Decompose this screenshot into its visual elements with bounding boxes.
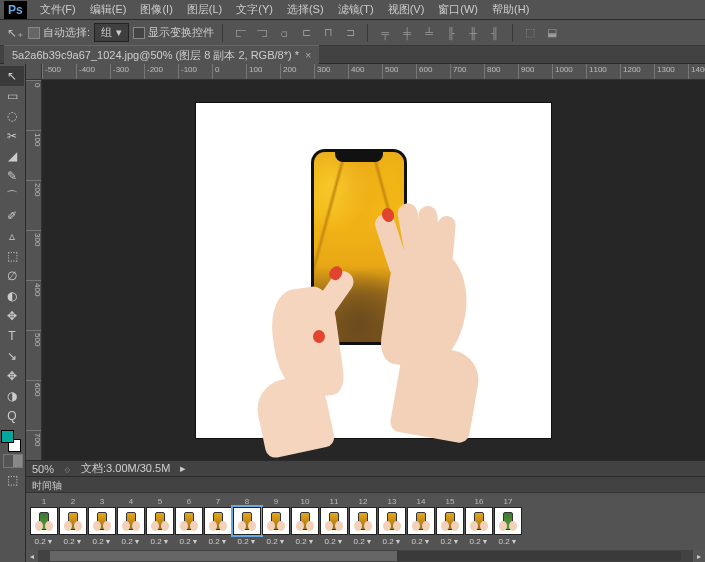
document-tab[interactable]: 5a2a6b39c9a67_1024.jpg@50% (图层 8 副本 2, R… <box>4 45 319 65</box>
menu-edit[interactable]: 编辑(E) <box>83 0 134 20</box>
align-top-icon[interactable]: ⫍ <box>231 24 249 42</box>
timeline-frame[interactable]: 160.2▼ <box>465 497 493 546</box>
quick-select-tool[interactable]: ✂ <box>0 126 24 146</box>
scrubber-icon[interactable]: ⟐ <box>64 463 71 475</box>
scroll-left-icon[interactable]: ◂ <box>26 550 38 562</box>
distribute-top-icon[interactable]: ╤ <box>376 24 394 42</box>
crop-tool[interactable]: ◢ <box>0 146 24 166</box>
3d-mode-icon[interactable]: ⬓ <box>543 24 561 42</box>
color-swatch[interactable] <box>0 430 22 452</box>
options-bar: ↖₊ 自动选择: 组 ▾ 显示变换控件 ⫍ ⫎ ⫏ ⊏ ⊓ ⊐ ╤ ╪ ╧ ╟ … <box>0 20 705 46</box>
quick-mask-icon[interactable] <box>3 454 23 468</box>
auto-select-checkbox[interactable]: 自动选择: <box>28 25 90 40</box>
healing-tool[interactable]: ⌒ <box>0 186 24 206</box>
status-bar: 50% ⟐ 文档:3.00M/30.5M ▸ <box>26 460 705 476</box>
zoom-tool[interactable]: Q <box>0 406 24 426</box>
brush-tool[interactable]: ✐ <box>0 206 24 226</box>
timeline-frame[interactable]: 120.2▼ <box>349 497 377 546</box>
distribute-bottom-icon[interactable]: ╧ <box>420 24 438 42</box>
distribute-right-icon[interactable]: ╢ <box>486 24 504 42</box>
eyedropper-tool[interactable]: ✎ <box>0 166 24 186</box>
move-tool-icon: ↖₊ <box>6 24 24 42</box>
timeline-frame[interactable]: 150.2▼ <box>436 497 464 546</box>
timeline-frame[interactable]: 80.2▼ <box>233 497 261 546</box>
align-left-icon[interactable]: ⊏ <box>297 24 315 42</box>
type-tool[interactable]: T <box>0 326 24 346</box>
timeline-frame[interactable]: 90.2▼ <box>262 497 290 546</box>
timeline-frame[interactable]: 10.2▼ <box>30 497 58 546</box>
tools-panel: ↖ ▭ ◌ ✂ ◢ ✎ ⌒ ✐ ▵ ⬚ ∅ ◐ ✥ T ↘ ✥ ◑ Q ⬚ <box>0 64 26 562</box>
align-bottom-icon[interactable]: ⫏ <box>275 24 293 42</box>
timeline-frame[interactable]: 170.2▼ <box>494 497 522 546</box>
timeline-frame[interactable]: 20.2▼ <box>59 497 87 546</box>
hand-tool[interactable]: ◑ <box>0 386 24 406</box>
app-logo: Ps <box>4 1 27 19</box>
menu-layer[interactable]: 图层(L) <box>180 0 229 20</box>
timeline-header[interactable]: 时间轴 <box>26 477 705 493</box>
chevron-down-icon: ▾ <box>116 26 122 39</box>
menubar: Ps 文件(F) 编辑(E) 图像(I) 图层(L) 文字(Y) 选择(S) 滤… <box>0 0 705 20</box>
menu-window[interactable]: 窗口(W) <box>431 0 485 20</box>
scroll-right-icon[interactable]: ▸ <box>693 550 705 562</box>
distribute-left-icon[interactable]: ╟ <box>442 24 460 42</box>
close-icon[interactable]: × <box>305 49 311 61</box>
show-transform-label: 显示变换控件 <box>148 25 214 40</box>
menu-file[interactable]: 文件(F) <box>33 0 83 20</box>
timeline-frame[interactable]: 130.2▼ <box>378 497 406 546</box>
lasso-tool[interactable]: ◌ <box>0 106 24 126</box>
vertical-ruler[interactable]: 0100200300400500600700 <box>26 80 42 460</box>
shape-tool[interactable]: ✥ <box>0 366 24 386</box>
eraser-tool[interactable]: ∅ <box>0 266 24 286</box>
menu-select[interactable]: 选择(S) <box>280 0 331 20</box>
history-brush-tool[interactable]: ⬚ <box>0 246 24 266</box>
auto-select-dropdown[interactable]: 组 ▾ <box>94 23 129 42</box>
checkbox-icon <box>133 27 145 39</box>
horizontal-scrollbar[interactable]: ◂ ▸ <box>26 550 705 562</box>
screen-mode-icon[interactable]: ⬚ <box>0 470 24 490</box>
canvas-area[interactable] <box>42 80 705 460</box>
align-vcenter-icon[interactable]: ⫎ <box>253 24 271 42</box>
doc-info[interactable]: 文档:3.00M/30.5M <box>81 461 170 476</box>
checkbox-icon <box>28 27 40 39</box>
timeline-frame[interactable]: 30.2▼ <box>88 497 116 546</box>
move-tool[interactable]: ↖ <box>0 66 24 86</box>
horizontal-ruler[interactable]: -500-400-300-200-10001002003004005006007… <box>26 64 705 80</box>
distribute-vcenter-icon[interactable]: ╪ <box>398 24 416 42</box>
timeline-panel: 时间轴 10.2▼20.2▼30.2▼40.2▼50.2▼60.2▼70.2▼8… <box>26 476 705 550</box>
artboard[interactable] <box>196 103 551 438</box>
show-transform-checkbox[interactable]: 显示变换控件 <box>133 25 214 40</box>
align-hcenter-icon[interactable]: ⊓ <box>319 24 337 42</box>
timeline-frame[interactable]: 100.2▼ <box>291 497 319 546</box>
right-hand <box>376 198 496 428</box>
timeline-frame[interactable]: 70.2▼ <box>204 497 232 546</box>
menu-type[interactable]: 文字(Y) <box>229 0 280 20</box>
timeline-frame[interactable]: 110.2▼ <box>320 497 348 546</box>
distribute-hcenter-icon[interactable]: ╫ <box>464 24 482 42</box>
gradient-tool[interactable]: ◐ <box>0 286 24 306</box>
left-hand <box>254 238 364 428</box>
menu-view[interactable]: 视图(V) <box>381 0 432 20</box>
document-tabs: 5a2a6b39c9a67_1024.jpg@50% (图层 8 副本 2, R… <box>0 46 705 64</box>
timeline-frame[interactable]: 50.2▼ <box>146 497 174 546</box>
stamp-tool[interactable]: ▵ <box>0 226 24 246</box>
timeline-frame[interactable]: 40.2▼ <box>117 497 145 546</box>
menu-image[interactable]: 图像(I) <box>133 0 179 20</box>
timeline-frame[interactable]: 140.2▼ <box>407 497 435 546</box>
path-tool[interactable]: ↘ <box>0 346 24 366</box>
timeline-frame[interactable]: 60.2▼ <box>175 497 203 546</box>
zoom-level[interactable]: 50% <box>32 463 54 475</box>
pen-tool[interactable]: ✥ <box>0 306 24 326</box>
menu-filter[interactable]: 滤镜(T) <box>331 0 381 20</box>
auto-align-icon[interactable]: ⬚ <box>521 24 539 42</box>
align-right-icon[interactable]: ⊐ <box>341 24 359 42</box>
foreground-color[interactable] <box>1 430 14 443</box>
menu-help[interactable]: 帮助(H) <box>485 0 536 20</box>
play-icon: ▸ <box>180 464 194 474</box>
tab-title: 5a2a6b39c9a67_1024.jpg@50% (图层 8 副本 2, R… <box>12 48 299 63</box>
auto-select-label: 自动选择: <box>43 25 90 40</box>
marquee-tool[interactable]: ▭ <box>0 86 24 106</box>
